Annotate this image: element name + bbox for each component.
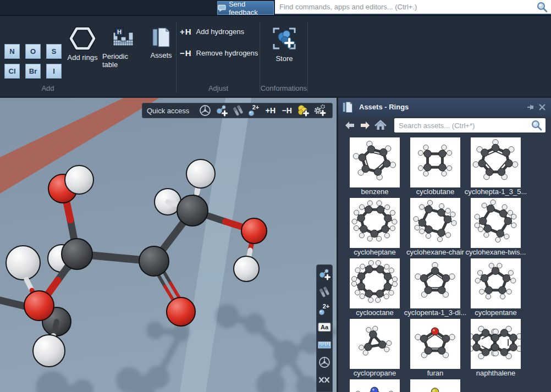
asset-thumbnail[interactable] — [471, 137, 521, 187]
periodic-table-label: Periodic table — [102, 52, 144, 69]
asset-thumbnail[interactable] — [350, 379, 400, 392]
svg-text:2+: 2+ — [252, 104, 260, 111]
asset-thumbnail[interactable] — [471, 258, 521, 308]
assets-button[interactable]: Assets — [147, 26, 175, 59]
assets-panel-title: Assets - Rings — [359, 103, 526, 111]
quick-access-label: Quick access — [147, 107, 189, 115]
molecule-scene[interactable] — [0, 98, 337, 392]
command-search-box — [275, 0, 551, 15]
search-icon[interactable] — [530, 119, 543, 132]
asset-search-input[interactable] — [394, 122, 530, 130]
presets-wheel-icon[interactable] — [197, 103, 213, 118]
add-atoms-icon[interactable] — [213, 103, 230, 118]
ribbon-separator — [176, 23, 177, 93]
home-icon[interactable] — [374, 119, 387, 131]
asset-thumbnail[interactable] — [410, 258, 460, 308]
asset-thumbnail[interactable] — [410, 379, 460, 392]
asset-item-cyclopenta-1-3-di[interactable]: cyclopenta-1_3-di... — [410, 258, 460, 317]
quick-access-toolbar: Quick access 2++H−H — [142, 103, 333, 118]
asset-thumbnail[interactable] — [350, 258, 400, 308]
assets-pages-icon — [151, 26, 172, 49]
assets-panel-header: Assets - Rings — [338, 98, 551, 116]
asset-label: cyclohexane-chair — [406, 248, 464, 256]
element-button-o[interactable]: O — [25, 44, 41, 59]
asset-item[interactable] — [410, 379, 460, 392]
periodic-table-button[interactable]: H Periodic table — [102, 26, 144, 69]
asset-item-cyclohepta-1-3-5[interactable]: cyclohepta-1_3_5... — [471, 137, 521, 196]
asset-item-cyclopropane[interactable]: cyclopropane — [350, 319, 400, 377]
asset-item-cyclopentane[interactable]: cyclopentane — [471, 258, 521, 317]
pin-panel-icon[interactable] — [526, 102, 537, 113]
send-feedback-label: Send feedback — [229, 0, 273, 16]
assets-panel: Assets - Rings — [337, 98, 551, 392]
minus-h-icon: −H — [180, 48, 192, 58]
asset-item-cyclooctane[interactable]: cyclooctane — [350, 258, 400, 317]
asset-label: furan — [427, 369, 444, 377]
ribbon: NOSClBrI Add rings — [0, 16, 551, 98]
presets-wheel-icon[interactable] — [317, 355, 332, 369]
group-label-add: Add — [41, 84, 54, 92]
asset-thumbnail[interactable] — [350, 198, 400, 248]
remove-hydrogens-button[interactable]: −H Remove hydrogens — [180, 48, 258, 58]
asset-item-cyclohexane-chair[interactable]: cyclohexane-chair — [410, 198, 460, 256]
hexagon-ring-icon — [69, 26, 96, 51]
measure-ruler-icon[interactable] — [317, 338, 332, 351]
charge-icon[interactable]: 2+ — [246, 103, 262, 118]
remove-hydrogens-icon[interactable]: −H — [279, 103, 295, 118]
speech-bubble-icon — [218, 4, 226, 12]
asset-thumbnail[interactable] — [350, 319, 400, 369]
periodic-table-icon: H — [111, 26, 135, 50]
forward-arrow-icon[interactable] — [359, 119, 371, 131]
asset-label: benzene — [361, 187, 389, 196]
close-panel-icon[interactable] — [537, 102, 548, 113]
asset-thumbnail[interactable] — [410, 137, 460, 187]
asset-item-cyclohexane-twis[interactable]: cyclohexane-twis... — [471, 198, 521, 256]
asset-thumbnail[interactable] — [410, 319, 460, 369]
send-feedback-button[interactable]: Send feedback — [217, 1, 274, 15]
command-search-input[interactable] — [275, 3, 536, 11]
add-atoms-icon[interactable] — [317, 267, 332, 281]
conformation-store-icon[interactable] — [295, 103, 312, 118]
asset-item[interactable] — [350, 379, 400, 392]
svg-text:H: H — [117, 29, 122, 35]
bond-order-icon[interactable] — [317, 285, 332, 299]
asset-label: cyclohexane-twis... — [466, 248, 526, 256]
asset-item-benzene[interactable]: benzene — [350, 137, 400, 196]
element-button-s[interactable]: S — [46, 44, 62, 59]
asset-thumbnail[interactable] — [471, 198, 521, 248]
store-icon — [271, 25, 297, 52]
store-conformation-button[interactable]: Store — [270, 25, 299, 63]
back-arrow-icon[interactable] — [344, 119, 356, 131]
group-label-conformations: Conformations — [261, 84, 307, 92]
asset-label: cyclooctane — [356, 308, 394, 317]
search-icon[interactable] — [536, 1, 549, 14]
charge-icon[interactable]: 2+ — [317, 302, 332, 316]
labels-icon[interactable]: Aa — [317, 320, 332, 334]
twist-helix-icon[interactable] — [317, 373, 332, 387]
asset-thumbnail[interactable] — [410, 198, 460, 248]
asset-item-naphthalene[interactable]: naphthalene — [471, 319, 521, 377]
application-window: Send feedback NOSClBrI Add rings — [0, 0, 551, 392]
add-hydrogens-icon[interactable]: +H — [262, 103, 279, 118]
add-hydrogens-label: Add hydrogens — [196, 27, 244, 36]
ribbon-separator — [260, 23, 260, 93]
asset-label: naphthalene — [476, 369, 516, 377]
assets-pages-icon — [341, 101, 354, 114]
add-rings-button[interactable]: Add rings — [67, 26, 98, 62]
asset-thumbnail[interactable] — [471, 319, 521, 369]
asset-item-cyclobutane[interactable]: cyclobutane — [410, 137, 460, 196]
bond-order-icon[interactable] — [230, 103, 246, 118]
element-button-br[interactable]: Br — [25, 64, 41, 79]
group-label-adjust: Adjust — [208, 84, 228, 92]
element-button-n[interactable]: N — [4, 44, 20, 59]
add-rings-label: Add rings — [68, 53, 98, 62]
asset-thumbnail[interactable] — [350, 137, 400, 187]
element-button-i[interactable]: I — [46, 64, 62, 79]
editor-settings-icon[interactable] — [311, 103, 328, 118]
asset-item-furan[interactable]: furan — [410, 319, 460, 377]
element-button-cl[interactable]: Cl — [4, 64, 20, 79]
viewport-3d[interactable]: Quick access 2++H−H 2+Aa — [0, 98, 337, 392]
asset-item-cycloheptane[interactable]: cycloheptane — [350, 198, 400, 256]
add-hydrogens-button[interactable]: +H Add hydrogens — [180, 27, 244, 36]
svg-text:2+: 2+ — [323, 303, 330, 310]
